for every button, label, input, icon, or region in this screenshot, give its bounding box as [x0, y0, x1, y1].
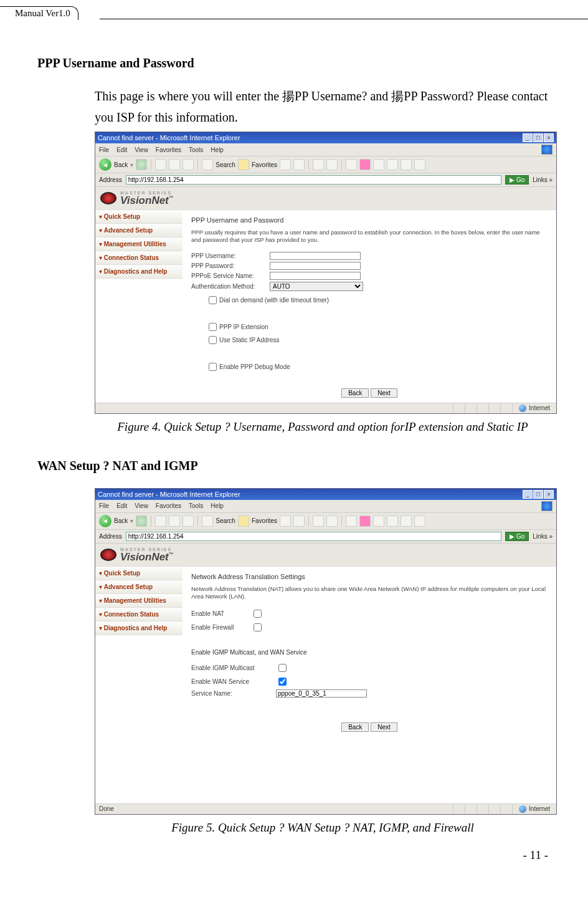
refresh-icon[interactable]	[169, 159, 180, 170]
close-icon[interactable]: ×	[544, 490, 554, 499]
address-input[interactable]	[126, 175, 502, 185]
checkbox-static-ip[interactable]	[209, 336, 217, 344]
input-ppp-pass[interactable]	[270, 262, 361, 270]
menu-help[interactable]: Help	[211, 146, 224, 153]
extra-icon-3[interactable]	[373, 159, 384, 170]
checkbox-enable-igmp[interactable]	[278, 664, 287, 672]
figure-5: Cannot find server - Microsoft Internet …	[95, 488, 551, 835]
ie-menubar[interactable]: File Edit View Favorites Tools Help	[95, 143, 556, 156]
back-button[interactable]: Back	[341, 722, 369, 732]
ie-address-bar[interactable]: Address ▶ Go Links »	[95, 173, 556, 187]
menu-favorites[interactable]: Favorites	[156, 502, 181, 509]
extra-icon-2[interactable]	[359, 159, 371, 170]
sidebar-item-management-utilities[interactable]: Management Utilities	[95, 237, 183, 251]
menu-help[interactable]: Help	[211, 502, 224, 509]
print-icon[interactable]	[326, 159, 338, 170]
extra-icon-3[interactable]	[373, 516, 384, 527]
search-icon[interactable]	[202, 516, 213, 527]
sidebar-item-diagnostics-help[interactable]: Diagnostics and Help	[95, 265, 183, 279]
go-button[interactable]: ▶ Go	[505, 175, 529, 185]
search-icon[interactable]	[202, 159, 213, 170]
back-icon[interactable]: ◄	[99, 515, 111, 527]
ie-menubar[interactable]: File Edit View Favorites Tools Help	[95, 500, 556, 513]
extra-icon-4[interactable]	[387, 159, 398, 170]
sidebar-item-diagnostics-help[interactable]: Diagnostics and Help	[95, 621, 183, 635]
maximize-icon[interactable]: □	[533, 490, 543, 499]
menu-edit[interactable]: Edit	[116, 146, 127, 153]
forward-icon[interactable]	[136, 159, 147, 170]
media-icon[interactable]	[280, 159, 291, 170]
extra-icon-6[interactable]	[414, 159, 425, 170]
favorites-icon[interactable]	[238, 516, 249, 527]
mail-icon[interactable]	[313, 159, 324, 170]
checkbox-enable-firewall[interactable]	[254, 623, 262, 631]
sidebar-item-quick-setup[interactable]: Quick Setup	[95, 567, 183, 580]
favorites-label[interactable]: Favorites	[252, 517, 277, 524]
back-label[interactable]: Back	[114, 161, 128, 168]
window-controls[interactable]: _□×	[522, 490, 554, 499]
ie-address-bar[interactable]: Address ▶ Go Links »	[95, 530, 556, 544]
back-icon[interactable]: ◄	[99, 158, 111, 171]
sidebar-item-management-utilities[interactable]: Management Utilities	[95, 594, 183, 608]
sidebar-item-advanced-setup[interactable]: Advanced Setup	[95, 580, 183, 594]
menu-view[interactable]: View	[135, 146, 148, 153]
input-service-name[interactable]	[276, 689, 367, 698]
extra-icon-1[interactable]	[346, 516, 357, 527]
ie-toolbar[interactable]: ◄ Back ▾ Search Favorites	[95, 156, 556, 173]
back-label[interactable]: Back	[114, 517, 128, 524]
next-button[interactable]: Next	[371, 388, 397, 398]
back-button[interactable]: Back	[341, 388, 369, 398]
favorites-label[interactable]: Favorites	[252, 161, 277, 168]
ie-toolbar[interactable]: ◄ Back ▾ Search Favorites	[95, 513, 556, 530]
close-icon[interactable]: ×	[544, 133, 554, 142]
menu-favorites[interactable]: Favorites	[156, 146, 181, 153]
sidebar-item-connection-status[interactable]: Connection Status	[95, 251, 183, 265]
links-label[interactable]: Links »	[533, 176, 552, 183]
menu-tools[interactable]: Tools	[189, 146, 203, 153]
extra-icon-4[interactable]	[387, 516, 398, 527]
extra-icon-1[interactable]	[346, 159, 357, 170]
media-icon[interactable]	[280, 516, 291, 527]
extra-icon-6[interactable]	[414, 516, 425, 527]
checkbox-enable-nat[interactable]	[254, 610, 262, 618]
next-button[interactable]: Next	[371, 722, 397, 732]
extra-icon-5[interactable]	[401, 159, 412, 170]
sidebar-item-connection-status[interactable]: Connection Status	[95, 608, 183, 621]
forward-icon[interactable]	[136, 516, 147, 527]
checkbox-ppp-ip-extension[interactable]	[209, 323, 217, 331]
search-label[interactable]: Search	[216, 517, 235, 524]
search-label[interactable]: Search	[216, 161, 235, 168]
home-icon[interactable]	[183, 159, 194, 170]
extra-icon-2[interactable]	[359, 516, 371, 527]
minimize-icon[interactable]: _	[523, 490, 533, 499]
history-icon[interactable]	[293, 159, 305, 170]
input-ppp-user[interactable]	[270, 252, 361, 260]
sidebar-item-quick-setup[interactable]: Quick Setup	[95, 210, 183, 224]
menu-view[interactable]: View	[135, 502, 148, 509]
refresh-icon[interactable]	[169, 516, 180, 527]
checkbox-enable-wan[interactable]	[278, 678, 287, 686]
home-icon[interactable]	[183, 516, 194, 527]
links-label[interactable]: Links »	[533, 533, 552, 540]
go-button[interactable]: ▶ Go	[505, 532, 529, 541]
select-auth-method[interactable]: AUTO	[270, 282, 363, 291]
menu-file[interactable]: File	[99, 146, 109, 153]
checkbox-ppp-debug[interactable]	[209, 363, 217, 371]
sidebar-item-advanced-setup[interactable]: Advanced Setup	[95, 224, 183, 237]
stop-icon[interactable]	[155, 516, 166, 527]
stop-icon[interactable]	[155, 159, 166, 170]
address-input[interactable]	[126, 532, 502, 541]
mail-icon[interactable]	[313, 516, 324, 527]
menu-edit[interactable]: Edit	[116, 502, 127, 509]
print-icon[interactable]	[326, 516, 338, 527]
checkbox-dial-on-demand[interactable]	[209, 296, 217, 304]
favorites-icon[interactable]	[238, 159, 249, 170]
maximize-icon[interactable]: □	[533, 133, 543, 142]
menu-tools[interactable]: Tools	[189, 502, 203, 509]
input-pppoe-service[interactable]	[270, 272, 361, 280]
extra-icon-5[interactable]	[401, 516, 412, 527]
menu-file[interactable]: File	[99, 502, 109, 509]
history-icon[interactable]	[293, 516, 305, 527]
window-controls[interactable]: _□×	[522, 133, 554, 142]
minimize-icon[interactable]: _	[523, 133, 533, 142]
